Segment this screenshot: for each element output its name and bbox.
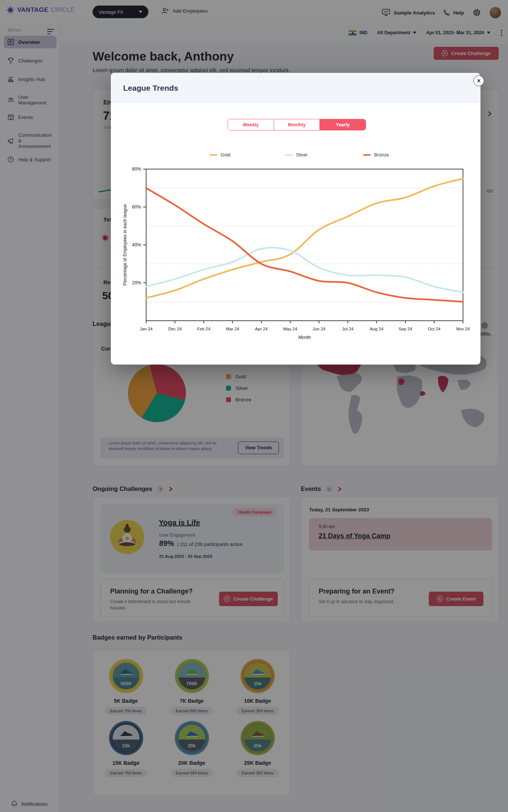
tab-weekly[interactable]: Weekly: [228, 119, 274, 130]
close-icon[interactable]: ✕: [473, 75, 484, 86]
series-line-silver: [146, 248, 463, 292]
series-line-gold: [146, 179, 463, 298]
trend-period-tabs: Weekly Monthly Yearly: [228, 119, 366, 130]
legend-label: Bronze: [374, 152, 389, 158]
modal-title: League Trends: [123, 84, 178, 93]
gold-line-swatch-icon: [209, 154, 217, 156]
svg-text:Percentage of Employees in eac: Percentage of Employees in each league: [122, 204, 128, 285]
svg-text:Sep 24: Sep 24: [399, 327, 412, 331]
legend-label: Silver: [296, 152, 308, 158]
svg-text:Mar 24: Mar 24: [226, 327, 239, 331]
series-line-bronze: [146, 188, 463, 302]
svg-text:Apr 24: Apr 24: [255, 327, 268, 331]
svg-text:Jan 24: Jan 24: [140, 327, 153, 331]
tab-monthly[interactable]: Monthly: [274, 119, 320, 130]
svg-text:40%: 40%: [132, 242, 141, 248]
league-trends-chart: 20%40%60%80%Jan 24Dec 24Feb 24Mar 24Apr …: [111, 73, 480, 365]
svg-text:20%: 20%: [132, 280, 141, 285]
svg-text:Dec 24: Dec 24: [168, 327, 182, 331]
legend-item-bronze[interactable]: Bronze: [363, 152, 389, 158]
legend-item-silver[interactable]: Silver: [285, 152, 308, 158]
svg-text:Jun 24: Jun 24: [312, 327, 325, 331]
svg-text:Jul 24: Jul 24: [342, 327, 354, 331]
silver-line-swatch-icon: [285, 154, 293, 156]
svg-text:Oct 24: Oct 24: [428, 327, 441, 331]
league-trends-modal: League Trends ✕ Weekly Monthly Yearly Go…: [111, 73, 480, 365]
svg-text:60%: 60%: [132, 204, 141, 210]
legend-label: Gold: [221, 152, 230, 158]
tab-yearly[interactable]: Yearly: [319, 119, 366, 130]
svg-text:Feb 24: Feb 24: [197, 327, 210, 331]
modal-header: League Trends: [111, 73, 480, 103]
legend-item-gold[interactable]: Gold: [209, 152, 230, 158]
svg-text:Month: Month: [298, 335, 311, 340]
svg-text:Aug 24: Aug 24: [370, 327, 383, 331]
bronze-line-swatch-icon: [363, 154, 371, 156]
svg-text:Nov 24: Nov 24: [456, 327, 470, 331]
svg-text:May 24: May 24: [283, 327, 297, 331]
svg-text:80%: 80%: [132, 166, 141, 172]
